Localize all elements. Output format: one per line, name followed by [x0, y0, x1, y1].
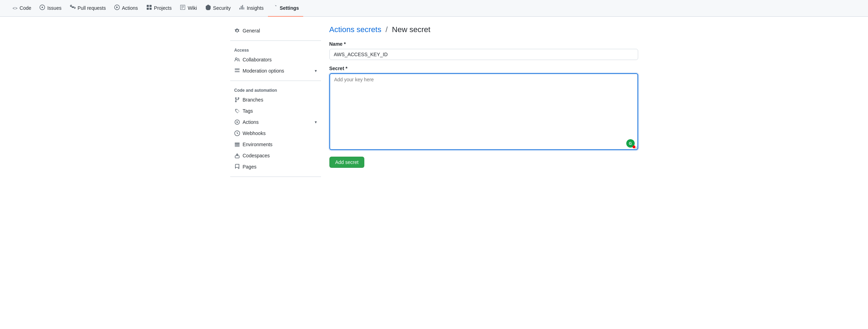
- sidebar-code-section: Code and automation: [230, 85, 321, 94]
- main-layout: General Access Collaborators Moderation …: [225, 17, 644, 189]
- codespaces-icon: [234, 153, 240, 158]
- wiki-icon: [180, 5, 185, 11]
- nav-label-settings: Settings: [280, 5, 299, 11]
- nav-label-projects: Projects: [154, 5, 172, 11]
- pr-icon: [70, 5, 75, 11]
- sidebar-actions-label: Actions: [243, 119, 259, 125]
- breadcrumb: Actions secrets / New secret: [329, 25, 638, 34]
- sidebar-item-general[interactable]: General: [230, 25, 321, 36]
- security-icon: [205, 5, 211, 11]
- svg-rect-5: [149, 5, 152, 7]
- nav-label-pr: Pull requests: [78, 5, 106, 11]
- svg-rect-7: [149, 8, 152, 10]
- sidebar-item-moderation[interactable]: Moderation options ▾: [230, 65, 321, 76]
- nav-label-issues: Issues: [47, 5, 61, 11]
- environments-icon: [234, 142, 240, 147]
- projects-icon: [146, 5, 152, 11]
- name-input[interactable]: [329, 49, 638, 60]
- actions-icon: [114, 5, 120, 11]
- sidebar-collaborators-label: Collaborators: [243, 57, 272, 62]
- nav-item-issues[interactable]: Issues: [35, 0, 65, 17]
- sidebar-moderation-label: Moderation options: [243, 68, 284, 74]
- sidebar-pages-label: Pages: [243, 164, 257, 170]
- nav-item-wiki[interactable]: Wiki: [176, 0, 201, 17]
- nav-item-code[interactable]: Code: [8, 0, 35, 17]
- moderation-icon: [234, 68, 240, 74]
- secret-textarea-wrapper: G: [329, 73, 638, 151]
- branches-icon: [234, 97, 240, 103]
- svg-rect-4: [147, 5, 149, 7]
- sidebar-divider-3: [230, 177, 321, 177]
- issues-icon: [39, 5, 45, 11]
- sidebar-webhooks-label: Webhooks: [243, 130, 266, 136]
- svg-rect-10: [235, 144, 240, 145]
- svg-rect-6: [147, 8, 149, 10]
- svg-rect-11: [235, 146, 240, 147]
- actions-sidebar-icon: [234, 119, 240, 125]
- svg-rect-9: [235, 143, 240, 144]
- nav-item-actions[interactable]: Actions: [110, 0, 142, 17]
- gear-icon: [234, 28, 240, 33]
- secret-label: Secret *: [329, 66, 638, 71]
- nav-label-code: Code: [20, 5, 31, 11]
- sidebar-codespaces-label: Codespaces: [243, 153, 270, 158]
- sidebar-item-pages[interactable]: Pages: [230, 161, 321, 172]
- sidebar-item-codespaces[interactable]: Codespaces: [230, 150, 321, 161]
- sidebar-branches-label: Branches: [243, 97, 263, 103]
- tags-icon: [234, 108, 240, 114]
- main-content: Actions secrets / New secret Name * Secr…: [329, 25, 638, 181]
- settings-icon: [272, 5, 278, 11]
- sidebar: General Access Collaborators Moderation …: [230, 25, 321, 181]
- collaborators-icon: [234, 57, 240, 62]
- nav-item-insights[interactable]: Insights: [235, 0, 268, 17]
- grammarly-dot-icon: [633, 145, 635, 148]
- sidebar-item-tags[interactable]: Tags: [230, 105, 321, 117]
- svg-marker-3: [116, 6, 118, 8]
- sidebar-divider-1: [230, 40, 321, 41]
- nav-item-pull-requests[interactable]: Pull requests: [66, 0, 110, 17]
- nav-label-wiki: Wiki: [188, 5, 197, 11]
- sidebar-item-collaborators[interactable]: Collaborators: [230, 54, 321, 65]
- moderation-chevron-icon: ▾: [315, 68, 317, 73]
- add-secret-button[interactable]: Add secret: [329, 157, 365, 168]
- sidebar-divider-2: [230, 81, 321, 81]
- nav-item-projects[interactable]: Projects: [142, 0, 176, 17]
- svg-point-1: [42, 7, 43, 8]
- sidebar-item-webhooks[interactable]: Webhooks: [230, 128, 321, 139]
- sidebar-item-environments[interactable]: Environments: [230, 139, 321, 150]
- breadcrumb-link[interactable]: Actions secrets: [329, 25, 381, 34]
- sidebar-item-branches[interactable]: Branches: [230, 94, 321, 105]
- nav-label-actions: Actions: [122, 5, 138, 11]
- pages-icon: [234, 164, 240, 170]
- nav-label-insights: Insights: [247, 5, 263, 11]
- breadcrumb-current: New secret: [392, 25, 430, 34]
- secret-textarea[interactable]: [329, 73, 638, 150]
- webhooks-icon: [234, 130, 240, 136]
- sidebar-general-label: General: [243, 28, 260, 33]
- svg-marker-8: [236, 121, 238, 123]
- breadcrumb-separator: /: [386, 25, 390, 34]
- secret-form-group: Secret * G: [329, 66, 638, 151]
- nav-item-settings[interactable]: Settings: [268, 0, 303, 17]
- top-nav: Code Issues Pull requests Actions Projec…: [0, 0, 868, 17]
- insights-icon: [239, 5, 245, 11]
- sidebar-environments-label: Environments: [243, 142, 273, 147]
- sidebar-tags-label: Tags: [243, 108, 253, 114]
- nav-item-security[interactable]: Security: [201, 0, 235, 17]
- actions-chevron-icon: ▾: [315, 120, 317, 125]
- code-icon: [13, 5, 17, 11]
- nav-label-security: Security: [213, 5, 231, 11]
- sidebar-item-actions[interactable]: Actions ▾: [230, 117, 321, 128]
- name-label: Name *: [329, 41, 638, 47]
- sidebar-access-section: Access: [230, 45, 321, 54]
- name-form-group: Name *: [329, 41, 638, 60]
